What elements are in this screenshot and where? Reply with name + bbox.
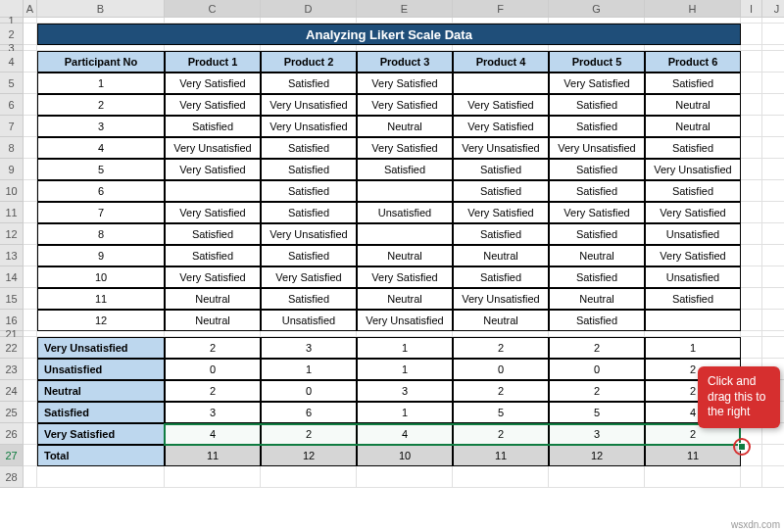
cell-data[interactable]: Satisfied <box>645 73 741 94</box>
row-header-28[interactable]: 28 <box>0 466 24 488</box>
summary-value[interactable]: 2 <box>453 380 549 402</box>
cell-data[interactable]: Satisfied <box>261 288 357 310</box>
col-header-D[interactable]: D <box>261 0 357 17</box>
cell-data[interactable]: Very Satisfied <box>453 116 549 137</box>
cell-data[interactable]: Satisfied <box>549 266 645 288</box>
cell-data[interactable]: Satisfied <box>261 137 357 159</box>
header-product2[interactable]: Product 2 <box>261 51 357 73</box>
summary-value[interactable]: 2 <box>453 337 549 359</box>
cell-data[interactable] <box>357 223 453 245</box>
cell-data[interactable]: Satisfied <box>549 310 645 331</box>
cell-participant[interactable]: 12 <box>37 310 165 331</box>
cell-data[interactable]: Satisfied <box>261 202 357 223</box>
col-header-E[interactable]: E <box>357 0 453 17</box>
cell-data[interactable]: Unsatisfied <box>645 266 741 288</box>
cell-data[interactable]: Very Unsatisfied <box>645 159 741 180</box>
cell-data[interactable]: Neutral <box>357 116 453 137</box>
cell-participant[interactable]: 3 <box>37 116 165 137</box>
summary-value[interactable]: 11 <box>645 445 741 466</box>
row-header-24[interactable]: 24 <box>0 380 24 402</box>
summary-value[interactable]: 11 <box>453 445 549 466</box>
cell-data[interactable]: Very Satisfied <box>357 137 453 159</box>
cell-data[interactable]: Very Unsatisfied <box>453 137 549 159</box>
cell-participant[interactable]: 4 <box>37 137 165 159</box>
header-product5[interactable]: Product 5 <box>549 51 645 73</box>
cell-data[interactable]: Satisfied <box>357 159 453 180</box>
cell-data[interactable]: Satisfied <box>549 116 645 137</box>
col-header-A[interactable]: A <box>24 0 37 17</box>
cell-participant[interactable]: 1 <box>37 73 165 94</box>
cell-data[interactable]: Very Satisfied <box>165 94 261 116</box>
cell-data[interactable]: Neutral <box>549 288 645 310</box>
cell-data[interactable]: Very Satisfied <box>165 73 261 94</box>
cell-data[interactable]: Satisfied <box>453 159 549 180</box>
summary-value[interactable]: 1 <box>357 402 453 423</box>
cell-data[interactable]: Neutral <box>453 245 549 266</box>
cell-data[interactable]: Unsatisfied <box>261 310 357 331</box>
cell-data[interactable]: Very Satisfied <box>165 159 261 180</box>
summary-value[interactable]: 4 <box>165 423 261 445</box>
header-product6[interactable]: Product 6 <box>645 51 741 73</box>
col-header-C[interactable]: C <box>165 0 261 17</box>
cell-data[interactable]: Neutral <box>645 116 741 137</box>
cell-data[interactable]: Very Unsatisfied <box>357 310 453 331</box>
cell-data[interactable] <box>165 180 261 202</box>
row-header-12[interactable]: 12 <box>0 223 24 245</box>
col-header-H[interactable]: H <box>645 0 741 17</box>
summary-value[interactable]: 0 <box>261 380 357 402</box>
row-header-11[interactable]: 11 <box>0 202 24 223</box>
cell-data[interactable]: Satisfied <box>549 180 645 202</box>
col-header-I[interactable]: I <box>741 0 762 17</box>
row-header-4[interactable]: 4 <box>0 51 24 73</box>
summary-value[interactable]: 1 <box>645 337 741 359</box>
summary-value[interactable]: 12 <box>261 445 357 466</box>
summary-value[interactable]: 2 <box>549 380 645 402</box>
summary-value[interactable]: 1 <box>357 337 453 359</box>
summary-value[interactable]: 2 <box>165 380 261 402</box>
row-header-23[interactable]: 23 <box>0 359 24 380</box>
cell-participant[interactable]: 2 <box>37 94 165 116</box>
cell-data[interactable]: Neutral <box>165 310 261 331</box>
row-header-22[interactable]: 22 <box>0 337 24 359</box>
header-product1[interactable]: Product 1 <box>165 51 261 73</box>
row-header-8[interactable]: 8 <box>0 137 24 159</box>
row-header-26[interactable]: 26 <box>0 423 24 445</box>
cell-data[interactable]: Very Satisfied <box>357 94 453 116</box>
cell-data[interactable]: Very Satisfied <box>549 73 645 94</box>
summary-value[interactable]: 2 <box>261 423 357 445</box>
cell-data[interactable]: Satisfied <box>549 94 645 116</box>
cell-data[interactable]: Very Unsatisfied <box>165 137 261 159</box>
summary-value[interactable]: 5 <box>549 402 645 423</box>
cell-participant[interactable]: 11 <box>37 288 165 310</box>
cell-data[interactable]: Very Satisfied <box>645 202 741 223</box>
row-header-27[interactable]: 27 <box>0 445 24 466</box>
cell-data[interactable]: Very Satisfied <box>357 266 453 288</box>
summary-value[interactable]: 3 <box>357 380 453 402</box>
cell-data[interactable]: Very Satisfied <box>453 94 549 116</box>
cell-data[interactable]: Neutral <box>549 245 645 266</box>
summary-value[interactable]: 2 <box>453 423 549 445</box>
cell-data[interactable]: Satisfied <box>165 245 261 266</box>
cell-data[interactable]: Neutral <box>453 310 549 331</box>
col-header-B[interactable]: B <box>37 0 165 17</box>
cell-data[interactable] <box>453 73 549 94</box>
cell-data[interactable]: Neutral <box>357 245 453 266</box>
cell-data[interactable]: Very Satisfied <box>645 245 741 266</box>
cell-data[interactable]: Very Unsatisfied <box>261 94 357 116</box>
cell-data[interactable]: Unsatisfied <box>357 202 453 223</box>
cell-data[interactable]: Satisfied <box>453 223 549 245</box>
cell-data[interactable]: Very Satisfied <box>165 202 261 223</box>
cell-data[interactable]: Very Unsatisfied <box>261 223 357 245</box>
cell-data[interactable]: Very Satisfied <box>549 202 645 223</box>
cell-data[interactable]: Very Unsatisfied <box>549 137 645 159</box>
col-header-F[interactable]: F <box>453 0 549 17</box>
row-header-6[interactable]: 6 <box>0 94 24 116</box>
cell-data[interactable]: Satisfied <box>645 137 741 159</box>
row-header-14[interactable]: 14 <box>0 266 24 288</box>
summary-value[interactable]: 3 <box>165 402 261 423</box>
col-header-G[interactable]: G <box>549 0 645 17</box>
summary-value[interactable]: 4 <box>357 423 453 445</box>
cell-data[interactable]: Neutral <box>645 94 741 116</box>
cell-participant[interactable]: 5 <box>37 159 165 180</box>
cell-participant[interactable]: 6 <box>37 180 165 202</box>
